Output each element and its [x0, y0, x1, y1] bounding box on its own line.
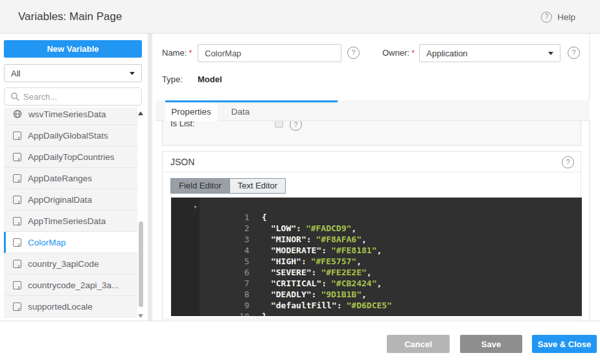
- json-help-icon[interactable]: [562, 156, 574, 168]
- search-input[interactable]: [23, 92, 127, 102]
- variable-item-label: ColorMap: [28, 238, 66, 247]
- dialog-header: Variables: Main Page Help: [0, 0, 600, 34]
- variable-list-scrollbar[interactable]: [138, 108, 144, 321]
- code-line: 1{: [171, 201, 582, 212]
- code-line: 7"CRITICAL":"#CB2424",: [171, 267, 582, 278]
- code-line: 4"MODERATE":"#FE8181",: [171, 234, 582, 245]
- help-button[interactable]: Help: [541, 0, 575, 34]
- code-line: 2"LOW":"#FADCD9",: [171, 212, 582, 223]
- owner-help-icon[interactable]: [568, 47, 580, 59]
- variable-item[interactable]: country_3apiCode: [4, 253, 137, 275]
- tab-properties[interactable]: Properties: [165, 102, 217, 122]
- variable-item[interactable]: AppOriginalData: [4, 189, 137, 210]
- variable-item-label: AppDailyGlobalStats: [28, 131, 108, 141]
- json-section-header: JSON: [163, 152, 581, 172]
- scroll-down-icon[interactable]: [138, 314, 143, 318]
- name-label: Name:*: [162, 48, 192, 58]
- model-variable-icon: [13, 153, 21, 161]
- model-variable-icon: [13, 196, 21, 204]
- cancel-button[interactable]: Cancel: [387, 335, 450, 353]
- chevron-down-icon: [548, 52, 553, 55]
- json-section-title: JSON: [170, 152, 194, 172]
- variable-item-label: wsvTimeSeriesData: [29, 109, 106, 119]
- variable-item-label: countrycode_2api_3a...: [28, 280, 119, 290]
- variable-filter-dropdown[interactable]: All: [4, 64, 142, 82]
- help-icon: [541, 12, 552, 23]
- type-label: Type:: [162, 74, 183, 84]
- required-marker: *: [189, 48, 192, 58]
- search-icon: [10, 92, 19, 101]
- type-value: Model: [198, 74, 222, 84]
- variable-item-selected[interactable]: ColorMap: [4, 232, 137, 253]
- required-marker: *: [411, 48, 415, 58]
- json-code-editor[interactable]: 1{ 2"LOW":"#FADCD9", 3"MINOR":"#F8AFA6",…: [171, 198, 582, 316]
- fold-caret-icon[interactable]: [193, 201, 198, 212]
- properties-section: Is List:: [162, 121, 581, 146]
- scrollbar-thumb[interactable]: [139, 222, 143, 307]
- owner-label: Owner:*: [382, 48, 415, 58]
- variable-item[interactable]: AppTimeSeriesData: [4, 210, 137, 232]
- variable-item-label: country_3apiCode: [28, 259, 99, 269]
- variable-item-label: AppOriginalData: [28, 195, 92, 205]
- editor-mode-toggle: Field Editor Text Editor: [170, 178, 286, 194]
- variable-item-label: supportedLocale: [28, 302, 93, 312]
- panel-splitter[interactable]: [148, 34, 152, 321]
- variable-item[interactable]: wsvTimeSeriesData: [4, 108, 137, 125]
- name-field[interactable]: [198, 44, 341, 62]
- page-title: Variables: Main Page: [18, 0, 122, 34]
- variable-list: wsvTimeSeriesData AppDailyGlobalStats Ap…: [4, 108, 137, 321]
- model-variable-icon: [13, 260, 21, 268]
- new-variable-button[interactable]: New Variable: [4, 40, 142, 58]
- chevron-down-icon: [130, 72, 135, 75]
- code-line: 5"HIGH":"#FE5757",: [171, 245, 582, 256]
- tab-data[interactable]: Data: [217, 102, 264, 122]
- footer-divider: [0, 321, 600, 321]
- scroll-up-icon[interactable]: [138, 111, 143, 115]
- web-service-variable-icon: [13, 109, 22, 119]
- owner-dropdown[interactable]: Application: [419, 44, 560, 62]
- model-variable-icon: [13, 238, 21, 247]
- variable-item[interactable]: AppDateRanges: [4, 168, 137, 189]
- is-list-checkbox[interactable]: [275, 121, 283, 128]
- variable-item[interactable]: AppDailyTopCountries: [4, 146, 137, 168]
- variable-item-label: AppDateRanges: [28, 174, 92, 183]
- model-variable-icon: [13, 302, 21, 311]
- save-button[interactable]: Save: [460, 335, 522, 353]
- owner-value: Application: [426, 49, 468, 58]
- variable-filter-value: All: [11, 69, 20, 78]
- name-help-icon[interactable]: [347, 47, 360, 59]
- search-box: [4, 87, 142, 106]
- help-label: Help: [557, 12, 575, 22]
- save-and-close-button[interactable]: Save & Close: [532, 335, 597, 353]
- variable-detail-panel: Name:* Owner:* Application Type: Model P…: [156, 34, 590, 321]
- code-line: 3"MINOR":"#F8AFA6",: [171, 223, 582, 234]
- json-section: JSON Field Editor Text Editor 1{ 2"LOW":…: [162, 151, 581, 319]
- variables-dialog: Variables: Main Page Help New Variable A…: [0, 0, 600, 364]
- code-line: 9"defaultFill":"#D6DCE5": [171, 289, 582, 300]
- variable-item[interactable]: supportedLocale: [4, 296, 137, 317]
- model-variable-icon: [13, 281, 21, 290]
- variable-item-label: AppDailyTopCountries: [28, 152, 115, 162]
- is-list-help-icon[interactable]: [290, 121, 302, 131]
- code-line: 8"DEADLY":"9D1B1B",: [171, 278, 582, 289]
- model-variable-icon: [13, 217, 21, 225]
- model-variable-icon: [13, 131, 21, 140]
- field-editor-button[interactable]: Field Editor: [171, 179, 230, 193]
- model-variable-icon: [13, 174, 21, 183]
- is-list-label: Is List:: [170, 121, 195, 128]
- variable-item[interactable]: countrycode_2api_3a...: [4, 275, 137, 296]
- code-line: 10}: [171, 300, 582, 311]
- code-line: 6"SEVERE":"#FE2E2E",: [171, 256, 582, 267]
- text-editor-button[interactable]: Text Editor: [230, 179, 285, 193]
- variable-item[interactable]: AppDailyGlobalStats: [4, 125, 137, 146]
- variable-item-label: AppTimeSeriesData: [28, 216, 106, 226]
